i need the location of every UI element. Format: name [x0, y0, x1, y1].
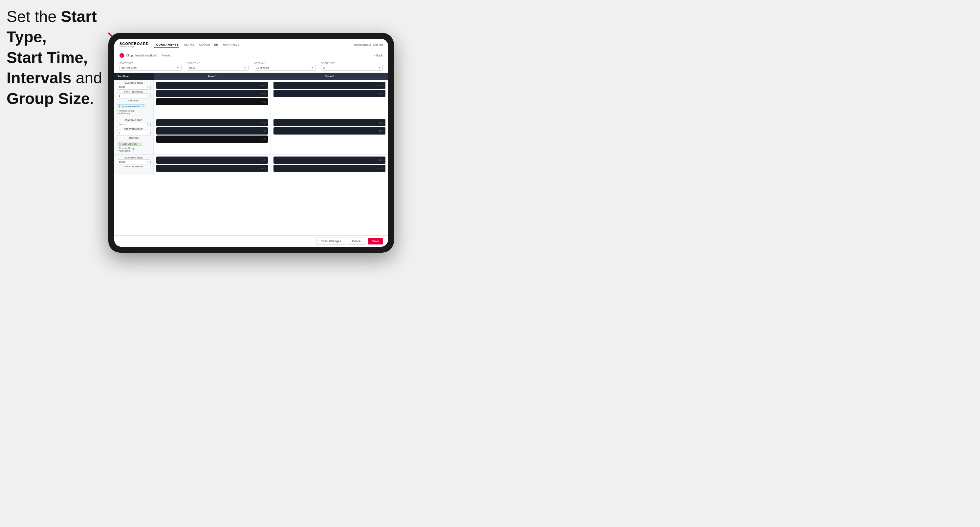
- nav-rankings[interactable]: RANKINGS: [223, 42, 240, 48]
- group-size-label: Group Size: [321, 62, 383, 64]
- group-size-group: Group Size 3 ▼: [321, 62, 383, 71]
- logo-area: SCOREBOARD Powered by clipp: [119, 42, 149, 48]
- player-remove-icon[interactable]: ✕: [261, 121, 264, 124]
- start-type-select[interactable]: 1st Tee Start ▼: [119, 65, 181, 71]
- reset-changes-button[interactable]: Reset Changes: [316, 238, 345, 245]
- starting-time-input-2[interactable]: 10:10 🕐: [117, 122, 151, 127]
- top-nav: SCOREBOARD Powered by clipp TOURNAMENTS …: [114, 39, 388, 51]
- course-name-1: (A) Peachtree GC: [123, 105, 141, 108]
- course-tag-1: 🏌 (A) Peachtree GC ✕: [117, 104, 145, 108]
- remove-circle-icon-2: ○: [117, 147, 118, 149]
- group-size-select[interactable]: 3 ▼: [321, 65, 383, 71]
- course-tag-2: 🏌 East Lake GC ✕: [117, 142, 142, 146]
- starting-hole-input-2[interactable]: 1 ⇕: [117, 131, 151, 136]
- starting-hole-input-1[interactable]: 1 ⇕: [117, 94, 151, 98]
- instruction-period: .: [90, 90, 94, 107]
- start-type-label: Start Type: [119, 62, 181, 64]
- player-row: ··· ✕ ⚙: [156, 157, 268, 164]
- player-settings-icon: ⚙: [381, 121, 383, 124]
- breadcrumb: C Clippd Invitational (Mar) › Hosting: [119, 53, 172, 58]
- player-dots-icon: ···: [258, 159, 260, 162]
- start-type-arrow-icon: ▼: [177, 67, 179, 69]
- nav-teams[interactable]: TEAMS: [183, 42, 195, 48]
- player-remove-icon[interactable]: ✕: [379, 159, 381, 162]
- player-dots-icon: ···: [258, 84, 260, 87]
- player-remove-icon[interactable]: ✕: [379, 121, 381, 124]
- group-actions-1: ○ Remove Group + Add Group: [117, 110, 151, 114]
- starting-hole-label-2: STARTING HOLE:: [117, 128, 151, 130]
- remove-group-btn-2[interactable]: ○ Remove Group: [117, 147, 151, 149]
- player-settings-icon: ⚙: [264, 167, 266, 170]
- player-dots-icon: ···: [375, 92, 377, 95]
- course-name-2: East Lake GC: [123, 143, 137, 145]
- starting-hole-value-1: 1: [119, 95, 120, 97]
- player-settings-icon: ⚙: [264, 159, 266, 162]
- logo-text: SCOREBOARD: [119, 42, 149, 46]
- bottom-bar: Reset Changes Cancel Save: [114, 235, 388, 247]
- nav-committee[interactable]: COMMITTEE: [199, 42, 218, 48]
- nav-links: TOURNAMENTS TEAMS COMMITTEE RANKINGS: [154, 42, 353, 48]
- player-row: ··· ✕ ⚙: [274, 82, 385, 89]
- group-2-left: STARTING TIME: 10:10 🕐 STARTING HOLE: 1 …: [114, 117, 154, 154]
- starting-time-value-2: 10:10: [119, 123, 126, 126]
- tablet-screen: SCOREBOARD Powered by clipp TOURNAMENTS …: [114, 39, 388, 247]
- player-remove-icon[interactable]: ✕: [261, 100, 264, 103]
- player-remove-icon[interactable]: ✕: [261, 84, 264, 87]
- breadcrumb-bar: C Clippd Invitational (Mar) › Hosting < …: [114, 51, 388, 60]
- breadcrumb-logo: C: [119, 53, 124, 58]
- intervals-select[interactable]: 10 Minutes ▼: [254, 65, 316, 71]
- player-settings-icon: ⚙: [381, 92, 383, 95]
- player-dots-icon: ···: [375, 159, 377, 162]
- player-remove-icon[interactable]: ✕: [379, 92, 381, 95]
- cancel-button[interactable]: Cancel: [348, 238, 365, 245]
- table-row: STARTING TIME: 10:10 🕐 STARTING HOLE: 1 …: [114, 117, 388, 154]
- player-settings-icon: ⚙: [264, 138, 266, 141]
- start-time-select[interactable]: 10:00 🕐: [187, 65, 249, 71]
- starting-time-label-3: STARTING TIME:: [117, 157, 151, 159]
- team1-cell-2: ··· ✕ ⚙ ··· ✕ ⚙ ··· ✕ ⚙: [154, 117, 271, 154]
- course-label-1: COURSE:: [117, 99, 151, 102]
- player-settings-icon: ⚙: [264, 84, 266, 87]
- player-remove-icon[interactable]: ✕: [261, 159, 264, 162]
- group-size-arrow-icon: ▼: [378, 67, 380, 69]
- player-row: ··· ✕ ⚙: [274, 165, 385, 172]
- table-body: STARTING TIME: 10:00 🕐 STARTING HOLE: 1 …: [114, 80, 388, 235]
- player-remove-icon[interactable]: ✕: [261, 167, 264, 170]
- save-button[interactable]: Save: [368, 238, 383, 244]
- start-type-group: Start Type 1st Tee Start ▼: [119, 62, 181, 71]
- table-row: STARTING TIME: 10:20 🕐 STARTING HOLE: ··…: [114, 154, 388, 175]
- player-remove-icon[interactable]: ✕: [261, 92, 264, 95]
- player-settings-icon: ⚙: [381, 159, 383, 162]
- breadcrumb-section: Hosting: [162, 54, 172, 57]
- starting-hole-label-1: STARTING HOLE:: [117, 90, 151, 93]
- starting-time-label-2: STARTING TIME:: [117, 119, 151, 121]
- add-group-btn-1[interactable]: + Add Group: [117, 112, 151, 114]
- nav-tournaments[interactable]: TOURNAMENTS: [154, 42, 178, 48]
- player-remove-icon[interactable]: ✕: [379, 130, 381, 133]
- col-team2: Team 2: [271, 73, 388, 80]
- col-tee-time: Tee Time: [114, 73, 154, 80]
- starting-time-value-1: 10:00: [119, 86, 126, 89]
- back-button[interactable]: < Back: [374, 54, 383, 57]
- course-icon-1: 🏌: [119, 105, 121, 108]
- group-1-left: STARTING TIME: 10:00 🕐 STARTING HOLE: 1 …: [114, 80, 154, 117]
- player-row: ··· ✕ ⚙: [156, 98, 268, 105]
- remove-group-btn-1[interactable]: ○ Remove Group: [117, 110, 151, 112]
- breadcrumb-tournament: Clippd Invitational (Mar): [126, 54, 157, 57]
- col-team1: Team 1: [154, 73, 271, 80]
- player-remove-icon[interactable]: ✕: [261, 130, 264, 133]
- course-remove-2[interactable]: ✕: [138, 143, 140, 145]
- user-info: blair@clippd.io | Sign out: [354, 43, 383, 46]
- starting-time-input-1[interactable]: 10:00 🕐: [117, 85, 151, 90]
- player-dots-icon: ···: [375, 130, 377, 133]
- instruction-line1: Set the: [6, 8, 61, 25]
- player-remove-icon[interactable]: ✕: [379, 167, 381, 170]
- player-row: ··· ✕ ⚙: [156, 165, 268, 172]
- add-group-btn-2[interactable]: + Add Group: [117, 150, 151, 152]
- starting-time-label-1: STARTING TIME:: [117, 82, 151, 84]
- course-remove-1[interactable]: ✕: [142, 105, 144, 108]
- player-remove-icon[interactable]: ✕: [261, 138, 264, 141]
- player-remove-icon[interactable]: ✕: [379, 84, 381, 87]
- starting-time-input-3[interactable]: 10:20 🕐: [117, 159, 151, 164]
- player-settings-icon: ⚙: [264, 121, 266, 124]
